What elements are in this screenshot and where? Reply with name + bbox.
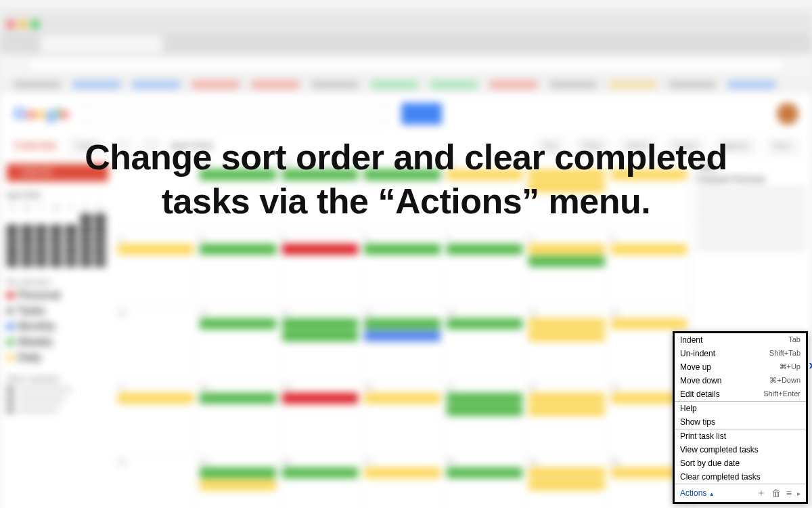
sidebar: CREATE April 2016 SMTWTFS 12 3456789 101… — [0, 157, 115, 508]
add-task-icon[interactable]: ＋ — [757, 487, 766, 499]
search-input[interactable] — [83, 103, 388, 125]
today-button[interactable]: Today — [68, 138, 103, 153]
calendar-item[interactable]: Monthly — [7, 320, 108, 333]
tasks-list-name[interactable]: Computer Personal — [696, 175, 807, 183]
avatar[interactable] — [777, 103, 798, 125]
minical-title: April 2016 — [7, 191, 108, 199]
maximize-icon[interactable] — [31, 20, 39, 28]
tasks-title: Tasks — [696, 163, 807, 171]
window-controls — [0, 15, 812, 34]
prev-button[interactable]: ‹ — [114, 138, 131, 153]
calendar-item[interactable]: Daily — [7, 352, 108, 364]
browser-tab[interactable] — [41, 36, 162, 52]
view-agenda[interactable]: Agenda — [715, 138, 756, 153]
calendar-item[interactable]: Weekly — [7, 336, 108, 348]
view-4days[interactable]: 4 Days — [667, 138, 704, 153]
delete-task-icon[interactable]: 🗑 — [771, 488, 781, 499]
calendar-toolbar: Calendar Today ‹ › April 2016 Day Week M… — [0, 134, 812, 157]
list-icon[interactable]: ≡ — [786, 488, 792, 499]
menu-item-indent[interactable]: IndentTab — [675, 333, 806, 347]
bookmarks-bar — [0, 76, 812, 93]
browser-tabs — [0, 34, 812, 54]
menu-item-print-task-list[interactable]: Print task list — [675, 429, 806, 443]
menu-item-view-completed-tasks[interactable]: View completed tasks — [675, 443, 806, 457]
calendar-item[interactable]: Tasks — [7, 305, 108, 317]
url-bar — [0, 54, 812, 76]
calendar-title: Calendar — [14, 140, 58, 152]
next-slide-icon[interactable]: › — [809, 357, 812, 373]
actions-menu-footer: Actions ▲ ＋ 🗑 ≡ ▸ — [675, 484, 806, 502]
calendar-grid[interactable]: 27 28 29 30 31 1 2 3 4 5 6 7 8 9 10 11 1… — [115, 157, 690, 508]
calendar-item[interactable]: Personal — [7, 289, 108, 301]
menu-item-edit-details[interactable]: Edit detailsShift+Enter — [675, 387, 806, 401]
actions-trigger[interactable]: Actions ▲ — [680, 488, 715, 498]
url-input[interactable] — [27, 58, 785, 72]
my-calendars-header[interactable]: My calendars — [7, 278, 108, 286]
next-button[interactable]: › — [142, 138, 160, 153]
os-menubar — [0, 0, 812, 15]
menu-item-show-tips[interactable]: Show tips — [675, 415, 806, 429]
google-logo[interactable]: Google — [14, 104, 70, 123]
menu-item-sort-by-due-date[interactable]: Sort by due date — [675, 457, 806, 470]
other-calendars-header[interactable]: Other calendars — [7, 375, 108, 383]
menu-item-clear-completed-tasks[interactable]: Clear completed tasks — [675, 470, 806, 484]
more-button[interactable]: More — [767, 138, 798, 153]
switch-list-icon[interactable]: ▸ — [797, 490, 800, 497]
mini-calendar[interactable]: SMTWTFS 12 3456789 10111213141516 171819… — [7, 203, 108, 267]
menu-item-move-down[interactable]: Move down⌘+Down — [675, 374, 806, 387]
close-icon[interactable] — [7, 20, 15, 28]
view-month[interactable]: Month — [620, 138, 656, 153]
menu-item-move-up[interactable]: Move up⌘+Up — [675, 360, 806, 374]
month-label: April 2016 — [171, 140, 213, 151]
view-day[interactable]: Day — [537, 138, 565, 153]
view-week[interactable]: Week — [575, 138, 609, 153]
minimize-icon[interactable] — [19, 20, 27, 28]
menu-item-un-indent[interactable]: Un-indentShift+Tab — [675, 347, 806, 360]
actions-menu-popup: IndentTabUn-indentShift+TabMove up⌘+UpMo… — [673, 331, 808, 504]
create-button[interactable]: CREATE — [7, 164, 108, 182]
search-button[interactable] — [401, 103, 442, 125]
menu-item-help[interactable]: Help — [675, 401, 806, 415]
app-header: Google — [0, 93, 812, 134]
